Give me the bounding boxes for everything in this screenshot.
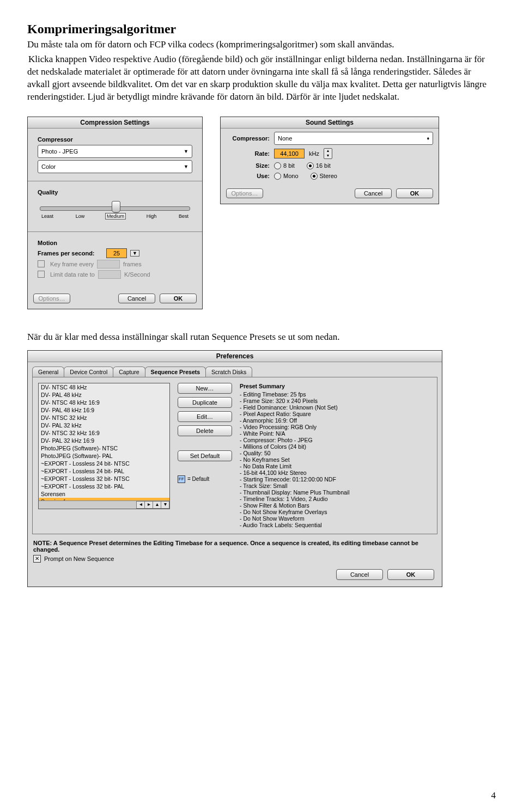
summary-line: - Frame Size: 320 x 240 Pixels	[240, 398, 431, 404]
fps-input[interactable]: 25	[106, 248, 127, 258]
tab-device-control[interactable]: Device Control	[64, 367, 113, 377]
compression-buttons: Options… Cancel OK	[28, 288, 202, 309]
preset-list-item[interactable]: PhotoJPEG (Software)- NTSC	[39, 444, 169, 452]
sound-buttons: Options… Cancel OK	[221, 183, 439, 204]
compressor-group: Compressor Photo - JPEG ▼ Color ▼	[33, 133, 197, 176]
use-label: Use:	[226, 173, 270, 179]
use-mono-radio[interactable]: Mono	[274, 173, 299, 180]
summary-line: - Timeline Tracks: 1 Video, 2 Audio	[240, 496, 431, 502]
depth-dropdown[interactable]: Color ▼	[38, 160, 192, 173]
use-stereo-label: Stereo	[320, 173, 337, 179]
instruction-text: Klicka knappen Video respektive Audio (f…	[27, 54, 486, 102]
keyframe-input	[97, 260, 120, 268]
preset-list-item[interactable]: ~EXPORT - Lossless 32 bit- PAL	[39, 483, 169, 490]
default-icon: FF	[178, 475, 185, 483]
tab-sequence-presets[interactable]: Sequence Presets	[145, 367, 206, 377]
slider-thumb[interactable]	[112, 201, 120, 213]
set-default-button[interactable]: Set Default	[178, 450, 232, 461]
rate-stepper[interactable]: ▲▼	[324, 148, 332, 159]
tick-medium: Medium	[105, 213, 126, 219]
divider	[28, 231, 202, 232]
tick-high: High	[145, 213, 159, 219]
preset-list-item[interactable]: DV- NTSC 48 kHz 16:9	[39, 399, 169, 406]
motion-group-label: Motion	[38, 240, 192, 246]
scroll-up-icon[interactable]: ▴	[153, 501, 161, 509]
duplicate-button[interactable]: Duplicate	[178, 397, 232, 408]
sound-compressor-value: None	[278, 135, 292, 142]
new-button[interactable]: New…	[178, 383, 232, 394]
summary-line: - Compressor: Photo - JPEG	[240, 437, 431, 443]
use-stereo-radio[interactable]: Stereo	[311, 173, 337, 180]
preset-list-item[interactable]: DV- PAL 48 kHz	[39, 391, 169, 399]
quality-slider[interactable]: Least Low Medium High Best	[40, 201, 190, 223]
chevron-down-icon: ▼	[184, 149, 188, 154]
datarate-input	[98, 270, 121, 279]
size-8bit-radio[interactable]: 8 bit	[274, 162, 295, 169]
keyframe-unit: frames	[123, 261, 142, 267]
preset-list-item[interactable]: DV- NTSC 32 kHz	[39, 414, 169, 422]
datarate-unit: K/Second	[124, 271, 150, 278]
preset-summary-heading: Preset Summary	[240, 383, 431, 389]
sound-compressor-label: Compressor:	[226, 135, 270, 142]
cancel-button[interactable]: Cancel	[336, 569, 383, 580]
heading: Komprimeringsalgoritmer	[27, 22, 496, 36]
preferences-body: DV- NTSC 48 kHzDV- PAL 48 kHzDV- NTSC 48…	[32, 377, 437, 534]
summary-line: - No Data Rate Limit	[240, 463, 431, 469]
preferences-tabs: General Device Control Capture Sequence …	[32, 367, 437, 377]
size-label: Size:	[226, 162, 270, 169]
sound-titlebar: Sound Settings	[221, 117, 439, 129]
preferences-titlebar: Preferences	[28, 351, 442, 362]
intro-para: Du måste tala om för datorn och FCP vilk…	[27, 39, 496, 51]
preset-list-item[interactable]: DV- PAL 32 kHz 16:9	[39, 437, 169, 444]
rate-label: Rate:	[226, 150, 270, 157]
stepper-up-icon: ▲	[324, 149, 332, 154]
cancel-button[interactable]: Cancel	[118, 294, 155, 303]
ok-button[interactable]: OK	[387, 569, 434, 580]
preset-list-item[interactable]: Sorensen	[39, 490, 169, 498]
keyframe-checkbox[interactable]	[38, 260, 45, 267]
default-legend-text: = Default	[187, 476, 209, 482]
codec-dropdown[interactable]: Photo - JPEG ▼	[38, 145, 192, 158]
compressor-group-label: Compressor	[38, 136, 192, 143]
list-scrollbar[interactable]: ◂ ▸ ▴ ▾	[39, 500, 169, 509]
preferences-panel: Preferences General Device Control Captu…	[27, 350, 442, 587]
codec-value: Photo - JPEG	[41, 148, 78, 155]
preset-list-item[interactable]: ~EXPORT - Lossless 24 bit- NTSC	[39, 460, 169, 467]
preset-list-item[interactable]: DV- NTSC 32 kHz 16:9	[39, 429, 169, 437]
sound-compressor-dropdown[interactable]: None ♦	[274, 132, 433, 145]
delete-button[interactable]: Delete	[178, 425, 232, 436]
ok-button[interactable]: OK	[160, 294, 197, 303]
prompt-checkbox[interactable]: ✕	[33, 555, 41, 563]
scroll-left-icon[interactable]: ◂	[136, 501, 145, 509]
preset-list-item[interactable]: ~EXPORT - Lossless 32 bit- NTSC	[39, 475, 169, 483]
preset-list-item[interactable]: DV- NTSC 48 kHz	[39, 383, 169, 391]
fps-dropdown-arrow[interactable]: ▼	[130, 250, 139, 257]
ok-button[interactable]: OK	[396, 188, 433, 198]
preset-list-item[interactable]: ~EXPORT - Lossless 24 bit- PAL	[39, 467, 169, 475]
rate-input[interactable]: 44,100	[274, 149, 305, 158]
cancel-button[interactable]: Cancel	[355, 188, 392, 198]
scroll-right-icon[interactable]: ▸	[144, 501, 153, 509]
tab-capture[interactable]: Capture	[113, 367, 145, 377]
tab-general[interactable]: General	[32, 367, 64, 377]
scroll-down-icon[interactable]: ▾	[161, 501, 169, 509]
options-button[interactable]: Options…	[226, 188, 263, 198]
summary-line: - No Keyframes Set	[240, 456, 431, 463]
preset-list-item[interactable]: DV- PAL 48 kHz 16:9	[39, 406, 169, 414]
preset-list-item[interactable]: DV- PAL 32 kHz	[39, 422, 169, 429]
compression-settings-panel: Compression Settings Compressor Photo - …	[27, 117, 203, 309]
datarate-checkbox[interactable]	[38, 271, 45, 278]
tab-scratch-disks[interactable]: Scratch Disks	[205, 367, 252, 377]
preferences-note: NOTE: A Sequence Preset determines the E…	[33, 540, 436, 553]
edit-button[interactable]: Edit…	[178, 411, 232, 422]
radio-icon	[307, 162, 314, 169]
tick-low: Low	[74, 213, 87, 219]
preset-list-item[interactable]: PhotoJPEG (Software)- PAL	[39, 452, 169, 460]
preset-list[interactable]: DV- NTSC 48 kHzDV- PAL 48 kHzDV- NTSC 48…	[38, 383, 170, 509]
default-legend: FF = Default	[178, 475, 232, 483]
use-mono-label: Mono	[283, 173, 299, 179]
size-16bit-radio[interactable]: 16 bit	[307, 162, 331, 169]
tick-least: Least	[40, 213, 55, 219]
summary-line: - Track Size: Small	[240, 483, 431, 489]
options-button[interactable]: Options…	[33, 294, 70, 303]
